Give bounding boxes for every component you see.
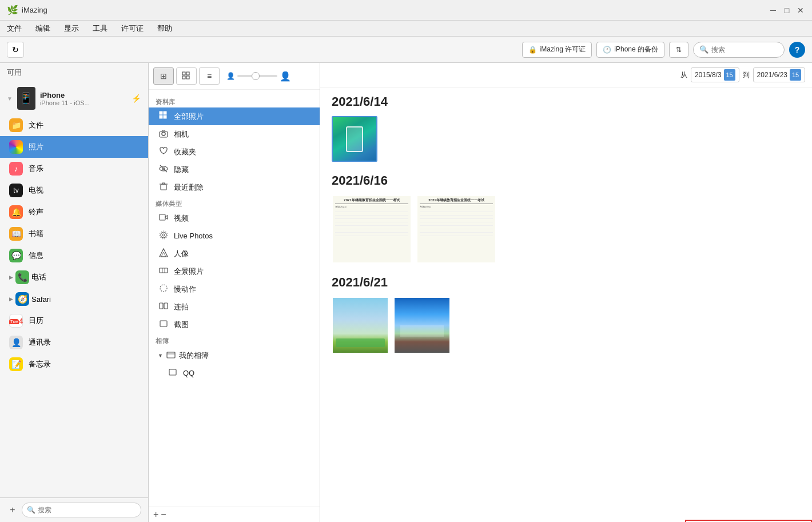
license-button[interactable]: 🔒 iMazing 许可证: [522, 42, 592, 58]
sidebar-item-label: 照片: [29, 142, 43, 152]
middle-item-my-albums[interactable]: ▼ 我的相簿: [149, 346, 320, 364]
refresh-button[interactable]: ↻: [7, 42, 24, 58]
safari-icon: 🧭: [15, 292, 29, 306]
backup-button[interactable]: 🕐 iPhone 的备份: [596, 42, 664, 58]
svg-rect-25: [160, 303, 163, 309]
middle-item-camera[interactable]: 相机: [149, 125, 320, 143]
sidebar-search[interactable]: 🔍: [22, 503, 141, 517]
device-item[interactable]: ▼ 📱 iPhone iPhone 11 - iOS... ⚡: [0, 82, 148, 114]
sidebar-item-label: 电视: [29, 185, 43, 196]
photo-item[interactable]: [332, 116, 377, 162]
sidebar-item-calendar[interactable]: Tue 4 日历: [0, 310, 148, 332]
middle-item-slow-motion[interactable]: 慢动作: [149, 280, 320, 298]
svg-rect-28: [167, 352, 175, 358]
middle-item-all-photos[interactable]: 全部照片: [149, 107, 320, 125]
sidebar-item-safari[interactable]: ▶ 🧭 Safari: [0, 288, 148, 310]
messages-icon: 💬: [9, 249, 23, 262]
menu-license[interactable]: 许可证: [119, 22, 146, 35]
sidebar-scroll: 📁 文件 照片 ♪ 音乐 tv 电视 🔔: [0, 114, 148, 497]
slider-thumb[interactable]: [252, 72, 260, 80]
add-album-button[interactable]: +: [153, 509, 158, 520]
device-name: iPhone: [40, 91, 127, 99]
sidebar-item-music[interactable]: ♪ 音乐: [0, 158, 148, 180]
photo-item[interactable]: 2021年继续教育招生全国统一一考试 考场(2021): [416, 195, 496, 264]
date-to-input[interactable]: 2021/6/23 15: [753, 67, 805, 82]
sidebar-item-notes[interactable]: 📝 备忘录: [0, 353, 148, 375]
remove-album-button[interactable]: −: [161, 509, 166, 520]
grid-view-button[interactable]: ⊞: [153, 67, 174, 85]
menu-view[interactable]: 显示: [62, 22, 81, 35]
person-small-icon: 👤: [226, 72, 235, 80]
date-range: 从 2015/8/3 15 到 2021/6/23 15: [680, 67, 805, 82]
date-label-2: 2021/6/16: [332, 173, 801, 188]
list-view-button[interactable]: ≡: [199, 67, 220, 85]
sidebar-search-input[interactable]: [38, 506, 136, 514]
middle-item-recently-deleted[interactable]: 最近删除: [149, 178, 320, 196]
svg-rect-15: [160, 214, 165, 220]
menu-tools[interactable]: 工具: [90, 22, 110, 35]
middle-item-video[interactable]: 视频: [149, 209, 320, 227]
svg-marker-20: [161, 252, 166, 257]
maximize-button[interactable]: □: [782, 6, 791, 15]
sidebar-item-phone[interactable]: ▶ 📞 电话: [0, 266, 148, 288]
sidebar-item-photos[interactable]: 照片: [0, 136, 148, 158]
middle-item-portrait[interactable]: 人像: [149, 245, 320, 262]
search-box[interactable]: 🔍: [693, 42, 785, 58]
sidebar-item-files[interactable]: 📁 文件: [0, 114, 148, 136]
content-scroll: 2021/6/14 2021/6/16: [320, 87, 812, 522]
recently-deleted-label: 最近删除: [174, 182, 204, 193]
app-title: iMazing: [22, 6, 769, 14]
files-icon: 📁: [9, 118, 23, 132]
titlebar: 🌿 iMazing ─ □ ✕: [0, 0, 812, 21]
size-slider[interactable]: 👤 👤: [226, 71, 291, 82]
middle-item-live-photos[interactable]: Live Photos: [149, 227, 320, 245]
qq-icon: [167, 368, 178, 378]
ringtone-icon: 🔔: [9, 205, 23, 219]
middle-item-qq[interactable]: QQ: [149, 364, 320, 382]
middle-toolbar: ⊞ ≡ 👤 👤: [149, 63, 320, 90]
contacts-icon: 👤: [9, 336, 23, 349]
menu-edit[interactable]: 编辑: [33, 22, 53, 35]
photo-item[interactable]: [332, 297, 389, 354]
sidebar-item-contacts[interactable]: 👤 通讯录: [0, 332, 148, 353]
grid2-view-button[interactable]: [176, 67, 197, 85]
menu-file[interactable]: 文件: [5, 22, 24, 35]
svg-rect-2: [182, 76, 185, 79]
help-button[interactable]: ?: [789, 42, 805, 58]
sidebar-item-messages[interactable]: 💬 信息: [0, 245, 148, 266]
close-button[interactable]: ✕: [796, 6, 805, 15]
sidebar: 可用 ▼ 📱 iPhone iPhone 11 - iOS... ⚡ 📁 文件: [0, 63, 149, 522]
favorites-icon: [158, 146, 169, 157]
svg-rect-4: [160, 111, 162, 114]
middle-item-screenshot[interactable]: 截图: [149, 316, 320, 333]
date-to-cal-button[interactable]: 15: [790, 69, 801, 81]
date-from-value: 2015/8/3: [695, 71, 722, 79]
photo-item[interactable]: 2021年继续教育招生全国统一一考试 考场(2021): [332, 195, 412, 264]
notes-icon: 📝: [9, 357, 23, 371]
phone-icon: 📞: [15, 270, 29, 284]
date-from-input[interactable]: 2015/8/3 15: [691, 67, 739, 82]
middle-item-favorites[interactable]: 收藏夹: [149, 143, 320, 161]
middle-item-hidden[interactable]: 隐藏: [149, 161, 320, 178]
window-controls: ─ □ ✕: [769, 6, 805, 15]
slider-track[interactable]: [237, 75, 277, 77]
photo-item[interactable]: [393, 297, 451, 354]
sidebar-add-button[interactable]: +: [7, 504, 18, 516]
menu-help[interactable]: 帮助: [155, 22, 174, 35]
sidebar-bottom: + 🔍: [0, 497, 148, 522]
sidebar-item-ringtones[interactable]: 🔔 铃声: [0, 201, 148, 223]
date-from-cal-button[interactable]: 15: [724, 69, 735, 81]
middle-item-panorama[interactable]: 全景照片: [149, 262, 320, 280]
svg-rect-27: [160, 321, 167, 326]
photos-grid-1: [332, 116, 801, 162]
middle-item-burst[interactable]: 连拍: [149, 298, 320, 316]
hidden-icon: [158, 164, 169, 175]
sidebar-item-books[interactable]: 📖 书籍: [0, 223, 148, 245]
sidebar-item-tv[interactable]: tv 电视: [0, 180, 148, 201]
transfer-button[interactable]: ⇅: [669, 42, 688, 58]
device-sub: iPhone 11 - iOS...: [40, 99, 127, 106]
to-label: 到: [743, 70, 750, 80]
minimize-button[interactable]: ─: [769, 6, 778, 15]
burst-label: 连拍: [174, 302, 189, 312]
search-input[interactable]: [711, 46, 780, 54]
